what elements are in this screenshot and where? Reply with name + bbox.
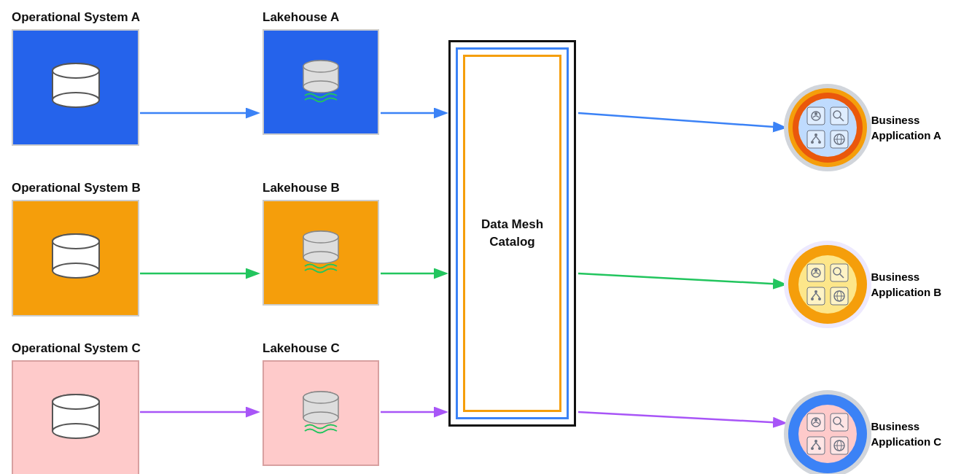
catalog-label: Data MeshCatalog <box>481 216 543 251</box>
svg-point-26 <box>52 234 99 249</box>
ops-c-container: Operational System C <box>12 341 141 474</box>
svg-point-37 <box>52 424 99 438</box>
lake-a-box <box>262 29 379 135</box>
database-icon-a <box>43 55 109 120</box>
lake-c-box <box>262 360 379 466</box>
lake-a-label: Lakehouse A <box>262 10 379 25</box>
app-c-container: Business Application C <box>784 390 980 474</box>
svg-point-66 <box>814 269 817 272</box>
database-icon-b <box>43 225 109 291</box>
svg-point-69 <box>814 290 817 293</box>
app-grid-icon-a <box>806 106 849 149</box>
svg-point-19 <box>303 81 338 93</box>
app-grid-icon-c <box>806 412 849 456</box>
svg-line-8 <box>578 412 784 423</box>
svg-point-14 <box>52 63 99 78</box>
lake-b-container: Lakehouse B <box>262 181 379 306</box>
app-a-circle <box>784 84 863 171</box>
lakehouse-icon-c <box>292 384 350 443</box>
svg-point-32 <box>303 231 338 243</box>
svg-point-50 <box>814 112 817 115</box>
app-a-label: Business Application A <box>871 112 980 143</box>
lake-a-container: Lakehouse A <box>262 10 379 135</box>
svg-rect-62 <box>831 264 848 281</box>
ops-b-label: Operational System B <box>12 181 141 195</box>
lake-c-label: Lakehouse C <box>262 341 379 356</box>
svg-point-54 <box>811 141 814 144</box>
svg-point-53 <box>814 133 817 136</box>
diagram-container: Operational System A Lakehouse A <box>0 0 980 474</box>
lakehouse-icon-b <box>292 224 350 282</box>
app-c-label: Business Application C <box>871 419 980 449</box>
ops-a-box <box>12 29 139 146</box>
app-b-container: Business Application B <box>784 241 980 328</box>
app-a-container: Business Application A <box>784 84 980 171</box>
app-b-circle <box>784 241 862 328</box>
svg-rect-46 <box>831 107 848 125</box>
svg-point-38 <box>52 395 99 409</box>
svg-point-44 <box>303 392 338 403</box>
svg-point-82 <box>814 419 817 421</box>
svg-point-20 <box>303 61 338 72</box>
lake-b-box <box>262 200 379 306</box>
ops-c-box <box>12 360 139 474</box>
svg-point-13 <box>52 93 99 107</box>
svg-rect-79 <box>807 437 825 454</box>
app-b-label: Business Application B <box>871 269 980 300</box>
lake-b-label: Lakehouse B <box>262 181 379 195</box>
ops-c-label: Operational System C <box>12 341 141 356</box>
svg-point-25 <box>52 263 99 278</box>
svg-line-5 <box>578 273 784 284</box>
catalog-container: Data MeshCatalog <box>448 40 576 427</box>
ops-a-label: Operational System A <box>12 10 140 25</box>
lake-c-container: Lakehouse C <box>262 341 379 466</box>
svg-point-86 <box>811 447 814 450</box>
app-c-circle <box>784 390 862 474</box>
ops-b-container: Operational System B <box>12 181 141 316</box>
svg-line-2 <box>578 113 784 128</box>
svg-point-85 <box>814 440 817 443</box>
svg-rect-47 <box>807 131 825 148</box>
svg-point-31 <box>303 252 338 263</box>
svg-rect-78 <box>831 413 848 431</box>
ops-b-box <box>12 200 139 316</box>
svg-point-43 <box>303 412 338 424</box>
svg-point-70 <box>811 298 814 300</box>
svg-rect-63 <box>807 287 825 305</box>
svg-point-55 <box>818 141 821 144</box>
ops-a-container: Operational System A <box>12 10 140 146</box>
svg-point-87 <box>818 447 821 450</box>
svg-point-71 <box>818 298 821 300</box>
lakehouse-icon-a <box>292 53 350 112</box>
database-icon-c <box>43 386 109 451</box>
app-grid-icon-b <box>806 263 849 306</box>
